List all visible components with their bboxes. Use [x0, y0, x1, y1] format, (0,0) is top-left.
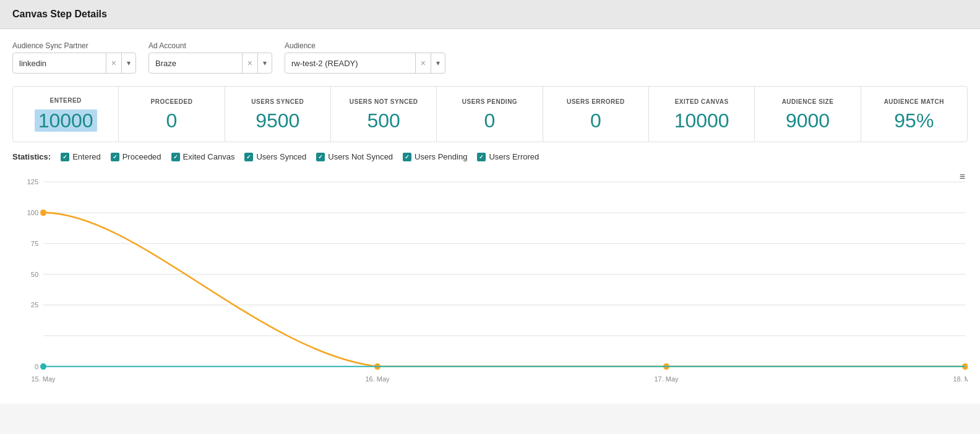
chart-container: ≡ 125 100 75 50 25 0	[12, 169, 968, 391]
metric-cell-audience-size: AUDIENCE SIZE9000	[755, 87, 861, 142]
metric-label: PROCEEDED	[151, 98, 193, 106]
metric-label: AUDIENCE SIZE	[782, 98, 834, 106]
metric-label: USERS SYNCED	[251, 98, 304, 106]
ad-account-clear[interactable]: ×	[243, 53, 257, 73]
metric-cell-users-errored: USERS ERRORED0	[543, 87, 649, 142]
stat-item-users_errored[interactable]: Users Errored	[477, 152, 539, 161]
stat-items: EnteredProceededExited CanvasUsers Synce…	[61, 152, 539, 161]
stat-label-entered: Entered	[72, 152, 101, 161]
svg-text:18. May: 18. May	[953, 375, 968, 383]
stat-checkbox-entered[interactable]	[61, 153, 69, 161]
metric-value: 9000	[786, 111, 830, 130]
ad-account-dropdown[interactable]: ▾	[257, 53, 272, 73]
metric-cell-proceeded: PROCEEDED0	[119, 87, 225, 142]
stat-label-users_synced: Users Synced	[256, 152, 306, 161]
audience-clear[interactable]: ×	[416, 53, 431, 73]
svg-text:17. May: 17. May	[654, 375, 678, 383]
metric-cell-entered: ENTERED10000	[13, 87, 119, 142]
metric-cell-users-synced: USERS SYNCED9500	[225, 87, 331, 142]
metric-label: ENTERED	[50, 96, 82, 104]
svg-text:0: 0	[35, 363, 38, 370]
stat-label-users_pending: Users Pending	[415, 152, 467, 161]
metric-value: 10000	[35, 109, 97, 132]
audience-actions: × ▾	[415, 53, 445, 73]
metric-value: 0	[484, 111, 496, 130]
audience-sync-partner-select[interactable]: linkedin × ▾	[12, 53, 136, 74]
metric-cell-users-pending: USERS PENDING0	[437, 87, 543, 142]
metric-value: 95%	[894, 111, 934, 130]
stat-item-users_pending[interactable]: Users Pending	[403, 152, 467, 161]
metric-value: 500	[367, 111, 400, 130]
chart-menu-button[interactable]: ≡	[960, 171, 965, 182]
audience-sync-partner-filter: Audience Sync Partner linkedin × ▾	[12, 41, 136, 74]
stat-label-users_not_synced: Users Not Synced	[328, 152, 393, 161]
metric-value: 10000	[674, 111, 729, 130]
stat-item-users_not_synced[interactable]: Users Not Synced	[316, 152, 393, 161]
stat-item-proceeded[interactable]: Proceeded	[111, 152, 161, 161]
ad-account-actions: × ▾	[242, 53, 272, 73]
svg-point-19	[40, 363, 46, 370]
stat-label-exited_canvas: Exited Canvas	[183, 152, 235, 161]
statistics-bar: Statistics: EnteredProceededExited Canva…	[12, 152, 968, 161]
stat-label-users_errored: Users Errored	[489, 152, 539, 161]
ad-account-label: Ad Account	[148, 41, 272, 50]
page-header: Canvas Step Details	[0, 0, 980, 29]
ad-account-filter: Ad Account Braze × ▾	[148, 41, 272, 74]
metric-value: 0	[590, 111, 601, 130]
audience-sync-partner-label: Audience Sync Partner	[12, 41, 136, 50]
metric-cell-audience-match: AUDIENCE MATCH95%	[861, 87, 967, 142]
metrics-grid: ENTERED10000PROCEEDED0USERS SYNCED9500US…	[12, 86, 968, 142]
ad-account-value: Braze	[149, 59, 242, 68]
audience-sync-partner-dropdown[interactable]: ▾	[121, 53, 135, 73]
stat-checkbox-proceeded[interactable]	[111, 153, 119, 161]
metric-label: USERS NOT SYNCED	[350, 98, 418, 106]
stat-item-exited_canvas[interactable]: Exited Canvas	[171, 152, 235, 161]
svg-text:75: 75	[31, 240, 38, 247]
svg-text:50: 50	[31, 270, 38, 278]
metric-label: USERS ERRORED	[567, 98, 625, 106]
metric-label: EXITED CANVAS	[675, 98, 729, 106]
audience-label: Audience	[285, 41, 445, 50]
audience-filter: Audience rw-test-2 (READY) × ▾	[285, 41, 445, 74]
chart-svg: 125 100 75 50 25 0	[12, 169, 968, 391]
metric-cell-users-not-synced: USERS NOT SYNCED500	[331, 87, 437, 142]
audience-sync-partner-clear[interactable]: ×	[106, 53, 121, 73]
audience-select[interactable]: rw-test-2 (READY) × ▾	[285, 53, 445, 74]
svg-text:15. May: 15. May	[31, 375, 55, 383]
filters-row: Audience Sync Partner linkedin × ▾ Ad Ac…	[12, 41, 968, 74]
audience-sync-partner-actions: × ▾	[106, 53, 135, 73]
audience-sync-partner-value: linkedin	[13, 59, 106, 68]
page-title: Canvas Step Details	[12, 9, 968, 20]
svg-text:16. May: 16. May	[365, 375, 389, 383]
chart-area: 125 100 75 50 25 0	[12, 169, 968, 391]
stat-label-proceeded: Proceeded	[123, 152, 161, 161]
stat-checkbox-users_synced[interactable]	[244, 153, 253, 161]
svg-text:100: 100	[27, 209, 38, 216]
svg-point-14	[40, 210, 46, 216]
metric-label: AUDIENCE MATCH	[884, 98, 944, 106]
stat-item-users_synced[interactable]: Users Synced	[244, 152, 306, 161]
metric-cell-exited-canvas: EXITED CANVAS10000	[649, 87, 755, 142]
svg-text:25: 25	[31, 301, 38, 308]
svg-text:125: 125	[27, 178, 38, 185]
stat-checkbox-exited_canvas[interactable]	[171, 153, 180, 161]
statistics-label: Statistics:	[12, 152, 51, 161]
stat-item-entered[interactable]: Entered	[61, 152, 101, 161]
metric-label: USERS PENDING	[462, 98, 517, 106]
audience-value: rw-test-2 (READY)	[285, 59, 415, 68]
stat-checkbox-users_errored[interactable]	[477, 153, 486, 161]
stat-checkbox-users_pending[interactable]	[403, 153, 411, 161]
ad-account-select[interactable]: Braze × ▾	[148, 53, 272, 74]
metric-value: 9500	[256, 111, 299, 130]
audience-dropdown[interactable]: ▾	[431, 53, 445, 73]
main-content: Audience Sync Partner linkedin × ▾ Ad Ac…	[0, 29, 980, 404]
metric-value: 0	[166, 111, 178, 130]
stat-checkbox-users_not_synced[interactable]	[316, 153, 325, 161]
